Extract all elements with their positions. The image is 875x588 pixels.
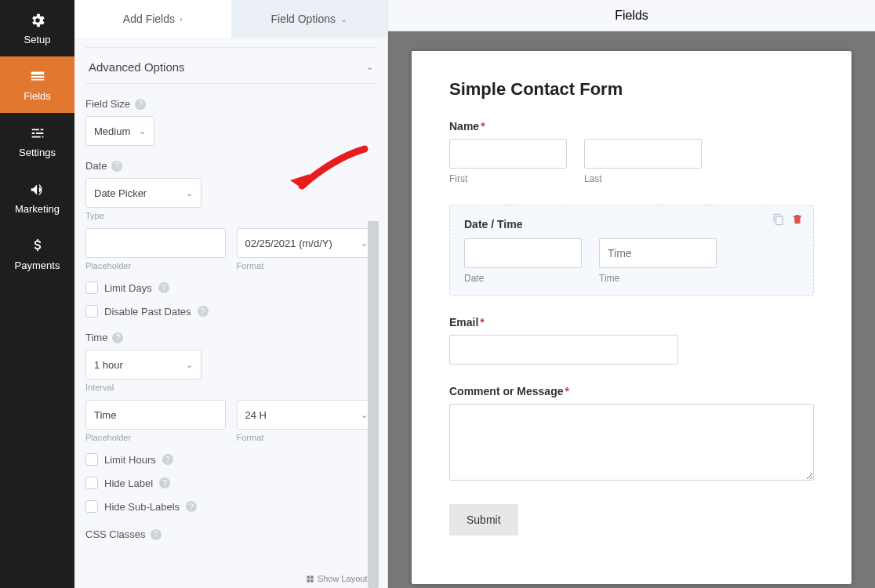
checkbox-label: Disable Past Dates (104, 306, 191, 318)
link-label: Show Layouts (318, 574, 372, 583)
select-time-interval[interactable]: 1 hour ⌄ (85, 350, 202, 379)
select-date-type[interactable]: Date Picker ⌄ (85, 178, 202, 208)
form-icon (29, 68, 46, 85)
accordion-advanced-options[interactable]: Advanced Options ⌄ (85, 47, 376, 84)
nav-label: Payments (15, 260, 60, 271)
scrollbar[interactable] (368, 221, 379, 588)
button-label: Submit (467, 514, 501, 526)
nav-label: Marketing (15, 203, 60, 215)
field-comment[interactable]: Comment or Message* (449, 385, 814, 484)
sublabel: Last (584, 173, 702, 184)
chevron-right-icon: › (180, 14, 183, 24)
help-icon[interactable]: ? (186, 501, 197, 512)
select-value: 1 hour (94, 359, 123, 371)
help-icon[interactable]: ? (158, 282, 169, 293)
field-email[interactable]: Email* (449, 316, 814, 365)
tab-label: Add Fields (123, 13, 175, 25)
nav-payments[interactable]: Payments (0, 226, 74, 282)
chevron-down-icon: ⌄ (340, 14, 347, 24)
label-time: Time (85, 332, 107, 343)
link-show-layouts[interactable]: Show Layouts (306, 574, 372, 583)
checkbox-limit-days[interactable] (85, 281, 98, 294)
textarea-comment[interactable] (449, 404, 814, 481)
field-label: Email (449, 316, 478, 328)
chevron-down-icon: ⌄ (186, 188, 193, 198)
field-date-time[interactable]: Date / Time Date Time (449, 205, 814, 296)
chevron-down-icon: ⌄ (139, 126, 146, 136)
help-icon[interactable]: ? (135, 99, 146, 110)
chevron-down-icon: ⌄ (361, 410, 368, 420)
label-css-classes: CSS Classes (85, 528, 146, 540)
nav-setup[interactable]: Setup (0, 0, 74, 56)
select-field-size[interactable]: Medium ⌄ (85, 116, 154, 146)
tab-field-options[interactable]: Field Options ⌄ (231, 0, 388, 38)
checkbox-limit-hours[interactable] (85, 453, 98, 466)
gear-icon (29, 12, 46, 29)
input-last-name[interactable] (584, 139, 702, 169)
chevron-down-icon: ⌄ (186, 360, 193, 370)
help-icon[interactable]: ? (159, 477, 170, 488)
grid-icon (306, 575, 314, 583)
help-icon[interactable]: ? (151, 529, 162, 540)
label-date: Date (85, 160, 107, 172)
checkbox-hide-sub-labels[interactable] (85, 500, 98, 513)
input-first-name[interactable] (449, 139, 567, 169)
field-name[interactable]: Name* First Last (449, 120, 814, 184)
checkbox-disable-past-dates[interactable] (85, 305, 98, 318)
tab-add-fields[interactable]: Add Fields › (74, 0, 231, 38)
help-icon[interactable]: ? (162, 454, 173, 465)
select-value: 24 H (245, 409, 267, 421)
help-icon[interactable]: ? (111, 161, 122, 172)
nav-fields[interactable]: Fields (0, 56, 74, 113)
input-date[interactable] (464, 238, 582, 268)
sublabel: Date (464, 273, 582, 284)
nav-label: Settings (19, 147, 56, 158)
input-date-placeholder[interactable] (85, 228, 226, 258)
select-value: Date Picker (94, 187, 147, 199)
sublabel: Placeholder (85, 261, 226, 270)
nav-settings[interactable]: Settings (0, 113, 74, 169)
select-value: Medium (94, 125, 130, 137)
input-email[interactable] (449, 335, 678, 365)
checkbox-label: Hide Sub-Labels (104, 501, 180, 513)
required-asterisk: * (480, 316, 484, 328)
select-time-format[interactable]: 24 H ⌄ (237, 400, 377, 430)
select-value: 02/25/2021 (m/d/Y) (245, 238, 332, 249)
nav-marketing[interactable]: Marketing (0, 169, 74, 226)
sublabel: Placeholder (85, 433, 226, 442)
form-preview: Simple Contact Form Name* First Last (412, 51, 851, 584)
checkbox-label: Limit Days (104, 282, 152, 294)
sublabel: Type (85, 211, 376, 220)
select-date-format[interactable]: 02/25/2021 (m/d/Y) ⌄ (237, 228, 377, 258)
nav-label: Setup (24, 34, 51, 45)
tab-label: Field Options (271, 13, 336, 25)
sublabel: First (449, 173, 567, 184)
checkbox-label: Limit Hours (104, 454, 156, 466)
form-title: Simple Contact Form (449, 79, 814, 100)
trash-icon[interactable] (791, 213, 804, 226)
chevron-down-icon: ⌄ (366, 62, 373, 72)
label-field-size: Field Size (85, 98, 130, 110)
nav-label: Fields (24, 90, 51, 102)
sublabel: Format (237, 433, 377, 442)
checkbox-label: Hide Label (104, 477, 153, 489)
input-time-placeholder[interactable] (85, 400, 226, 430)
dollar-icon (29, 238, 46, 255)
sliders-icon (29, 125, 46, 142)
submit-button[interactable]: Submit (449, 504, 518, 535)
help-icon[interactable]: ? (112, 332, 123, 343)
checkbox-hide-label[interactable] (85, 477, 98, 489)
annotation-arrow-icon (278, 143, 372, 205)
help-icon[interactable]: ? (198, 306, 209, 317)
sublabel: Interval (85, 383, 376, 392)
duplicate-icon[interactable] (772, 213, 785, 226)
field-label: Date / Time (464, 218, 522, 230)
field-label: Name (449, 120, 479, 132)
required-asterisk: * (565, 385, 568, 397)
sublabel: Time (599, 273, 717, 284)
field-label: Comment or Message (449, 385, 563, 397)
bullhorn-icon (29, 181, 46, 198)
sublabel: Format (237, 261, 377, 270)
input-time[interactable] (599, 238, 717, 268)
required-asterisk: * (481, 120, 485, 132)
